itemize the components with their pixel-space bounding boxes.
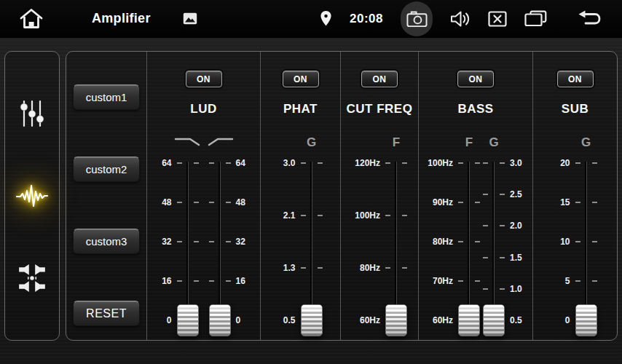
top-bar: Amplifier 20:08 <box>0 0 622 38</box>
panel-phat: ONPHAT3.02.11.30.5G <box>260 52 340 340</box>
volume-icon[interactable] <box>450 10 471 28</box>
phat-on-button[interactable]: ON <box>283 71 319 87</box>
home-icon[interactable] <box>19 7 44 30</box>
reset-button[interactable]: RESET <box>73 301 140 326</box>
amplifier-panel: custom1 custom2 custom3 RESET ONLUD64483… <box>66 51 618 341</box>
tick-label: 16 <box>236 276 245 286</box>
sidebar-item-equalizer[interactable] <box>12 93 52 134</box>
location-icon <box>320 10 332 27</box>
tick-mark <box>177 202 199 203</box>
tick-label: 70Hz <box>433 276 453 286</box>
slider-header-label: G <box>581 135 591 150</box>
preset-custom3-button[interactable]: custom3 <box>73 229 140 254</box>
sidebar-item-speaker-balance[interactable] <box>12 258 52 298</box>
tick-label: 32 <box>162 237 171 247</box>
tick-mark <box>575 241 597 242</box>
sub-on-button[interactable]: ON <box>557 71 594 87</box>
back-icon[interactable] <box>578 9 605 28</box>
panel-title-phat: PHAT <box>283 102 318 116</box>
tick-label: 48 <box>236 197 245 207</box>
tick-label: 2.1 <box>283 210 296 221</box>
tick-mark <box>458 202 480 203</box>
page-title: Amplifier <box>92 11 151 26</box>
tick-label: 2.5 <box>510 189 522 199</box>
panel-title-lud: LUD <box>190 102 216 116</box>
tick-mark <box>483 162 505 164</box>
tick-mark <box>177 162 199 164</box>
phat-slider-0: 3.02.11.30.5G <box>278 163 323 320</box>
tick-label: 64 <box>236 158 245 168</box>
tick-label: 60Hz <box>360 315 380 325</box>
tick-label: 64 <box>162 158 171 168</box>
slider-rail[interactable]: G <box>482 163 505 320</box>
camera-icon <box>406 10 428 28</box>
tick-mark <box>301 162 323 164</box>
slider-thumb[interactable] <box>575 304 597 336</box>
tick-mark <box>177 280 199 282</box>
tick-mark <box>301 267 323 269</box>
slider-thumb[interactable] <box>458 304 480 336</box>
bass-on-button[interactable]: ON <box>457 71 494 87</box>
recents-icon[interactable] <box>524 10 547 28</box>
screenshot-button[interactable] <box>401 1 433 36</box>
close-icon[interactable] <box>488 11 507 27</box>
tick-label: 100Hz <box>355 210 380 221</box>
slider-header-label: G <box>489 135 498 150</box>
panel-cutfreq: ONCUT FREQ120Hz100Hz80Hz60HzF <box>340 52 418 340</box>
slider-header-label: F <box>465 135 473 150</box>
slider-scale: 120Hz100Hz80Hz60Hz <box>351 163 385 320</box>
tick-mark <box>385 215 407 216</box>
slider-rail[interactable]: G <box>575 163 598 320</box>
tick-label: 1.0 <box>510 284 522 294</box>
tick-mark <box>483 288 505 290</box>
slider-thumb[interactable] <box>483 304 505 336</box>
tick-label: 32 <box>236 237 245 247</box>
tick-mark <box>458 280 480 282</box>
tick-label: 48 <box>162 197 171 207</box>
tick-label: 0.5 <box>510 315 522 325</box>
panel-bass: ONBASS100Hz90Hz80Hz70Hz60HzFG3.02.52.01.… <box>418 52 532 340</box>
panel-title-bass: BASS <box>457 102 493 116</box>
slider-rail[interactable]: F <box>385 163 408 320</box>
slider-thumb[interactable] <box>209 304 231 336</box>
slider-scale: 644832160 <box>154 163 176 320</box>
panel-title-sub: SUB <box>562 102 588 116</box>
slider-rail[interactable]: G <box>300 163 323 320</box>
tick-mark <box>483 225 505 226</box>
tick-label: 20 <box>560 158 570 168</box>
slider-rail[interactable] <box>208 163 232 320</box>
preset-custom2-button[interactable]: custom2 <box>73 157 140 182</box>
slider-rail[interactable] <box>176 163 200 320</box>
tick-mark <box>177 241 199 242</box>
slider-scale: 20151050 <box>553 163 575 320</box>
slider-scale: 644832160 <box>232 163 253 320</box>
speaker-balance-icon <box>17 263 47 293</box>
phat-sliders: 3.02.11.30.5G <box>278 163 323 320</box>
shelf-down-curve-icon <box>173 135 202 151</box>
slider-thumb[interactable] <box>177 304 199 336</box>
tick-mark <box>209 241 231 242</box>
equalizer-icon <box>18 99 46 128</box>
tick-label: 0 <box>167 315 172 325</box>
panel-lud: ONLUD644832160644832160 <box>146 52 260 340</box>
lud-on-button[interactable]: ON <box>186 71 222 87</box>
tick-label: 0 <box>236 315 241 325</box>
preset-custom1-button[interactable]: custom1 <box>73 84 140 110</box>
tick-mark <box>209 202 231 203</box>
gallery-icon[interactable] <box>183 12 197 25</box>
sidebar-item-sound-effect[interactable] <box>12 175 52 216</box>
tick-mark <box>301 215 323 216</box>
lud-slider-0: 644832160 <box>154 163 200 320</box>
slider-thumb[interactable] <box>385 304 407 336</box>
bass-sliders: 100Hz90Hz80Hz70Hz60HzFG3.02.52.01.51.00.… <box>424 163 527 320</box>
slider-header-label: G <box>307 135 316 150</box>
tick-mark <box>575 162 597 164</box>
slider-scale: 3.02.11.30.5 <box>278 163 300 320</box>
tick-mark <box>209 280 231 282</box>
tick-label: 10 <box>560 237 570 247</box>
slider-thumb[interactable] <box>301 304 323 336</box>
slider-scale: 3.02.52.01.51.00.5 <box>505 163 527 320</box>
slider-rail[interactable]: F <box>457 163 481 320</box>
slider-scale: 100Hz90Hz80Hz70Hz60Hz <box>424 163 457 320</box>
cutfreq-on-button[interactable]: ON <box>361 71 398 87</box>
